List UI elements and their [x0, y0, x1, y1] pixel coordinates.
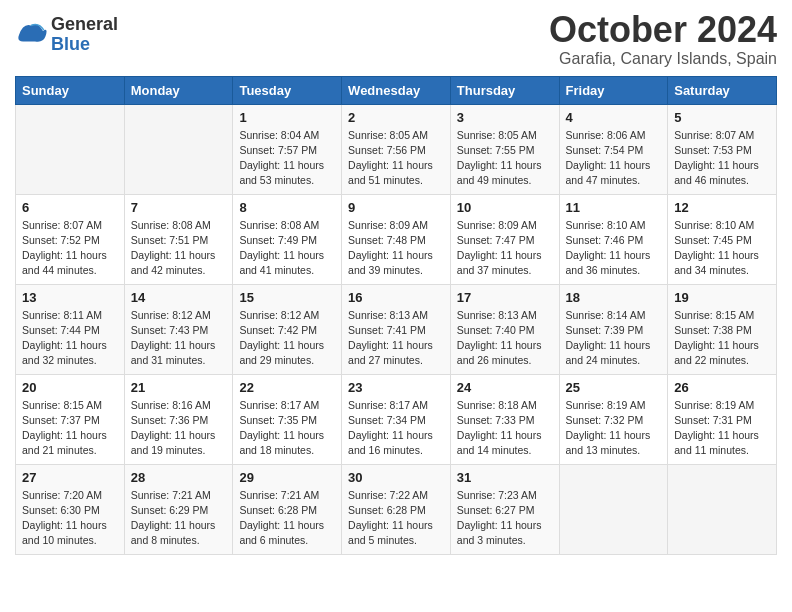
day-number: 3 — [457, 110, 553, 125]
day-number: 1 — [239, 110, 335, 125]
header-tuesday: Tuesday — [233, 76, 342, 104]
day-number: 28 — [131, 470, 227, 485]
calendar-cell: 5Sunrise: 8:07 AM Sunset: 7:53 PM Daylig… — [668, 104, 777, 194]
calendar-cell: 11Sunrise: 8:10 AM Sunset: 7:46 PM Dayli… — [559, 194, 668, 284]
calendar-cell — [559, 464, 668, 554]
header-saturday: Saturday — [668, 76, 777, 104]
day-number: 30 — [348, 470, 444, 485]
calendar-cell: 16Sunrise: 8:13 AM Sunset: 7:41 PM Dayli… — [342, 284, 451, 374]
day-number: 19 — [674, 290, 770, 305]
calendar-cell: 18Sunrise: 8:14 AM Sunset: 7:39 PM Dayli… — [559, 284, 668, 374]
calendar-week-2: 6Sunrise: 8:07 AM Sunset: 7:52 PM Daylig… — [16, 194, 777, 284]
day-info: Sunrise: 8:04 AM Sunset: 7:57 PM Dayligh… — [239, 128, 335, 189]
header-friday: Friday — [559, 76, 668, 104]
day-info: Sunrise: 8:18 AM Sunset: 7:33 PM Dayligh… — [457, 398, 553, 459]
calendar-cell: 6Sunrise: 8:07 AM Sunset: 7:52 PM Daylig… — [16, 194, 125, 284]
day-number: 14 — [131, 290, 227, 305]
logo-icon — [15, 19, 47, 51]
day-info: Sunrise: 8:10 AM Sunset: 7:45 PM Dayligh… — [674, 218, 770, 279]
day-number: 6 — [22, 200, 118, 215]
calendar-week-3: 13Sunrise: 8:11 AM Sunset: 7:44 PM Dayli… — [16, 284, 777, 374]
calendar-cell: 9Sunrise: 8:09 AM Sunset: 7:48 PM Daylig… — [342, 194, 451, 284]
calendar-cell: 17Sunrise: 8:13 AM Sunset: 7:40 PM Dayli… — [450, 284, 559, 374]
day-info: Sunrise: 8:11 AM Sunset: 7:44 PM Dayligh… — [22, 308, 118, 369]
header-wednesday: Wednesday — [342, 76, 451, 104]
day-number: 11 — [566, 200, 662, 215]
day-info: Sunrise: 7:21 AM Sunset: 6:28 PM Dayligh… — [239, 488, 335, 549]
day-info: Sunrise: 8:06 AM Sunset: 7:54 PM Dayligh… — [566, 128, 662, 189]
calendar-cell: 8Sunrise: 8:08 AM Sunset: 7:49 PM Daylig… — [233, 194, 342, 284]
calendar-cell: 21Sunrise: 8:16 AM Sunset: 7:36 PM Dayli… — [124, 374, 233, 464]
calendar-cell: 1Sunrise: 8:04 AM Sunset: 7:57 PM Daylig… — [233, 104, 342, 194]
day-number: 4 — [566, 110, 662, 125]
day-info: Sunrise: 7:21 AM Sunset: 6:29 PM Dayligh… — [131, 488, 227, 549]
calendar-cell: 10Sunrise: 8:09 AM Sunset: 7:47 PM Dayli… — [450, 194, 559, 284]
day-number: 26 — [674, 380, 770, 395]
calendar-cell: 15Sunrise: 8:12 AM Sunset: 7:42 PM Dayli… — [233, 284, 342, 374]
day-info: Sunrise: 8:17 AM Sunset: 7:35 PM Dayligh… — [239, 398, 335, 459]
calendar-cell: 25Sunrise: 8:19 AM Sunset: 7:32 PM Dayli… — [559, 374, 668, 464]
day-number: 7 — [131, 200, 227, 215]
calendar-cell: 12Sunrise: 8:10 AM Sunset: 7:45 PM Dayli… — [668, 194, 777, 284]
day-info: Sunrise: 8:05 AM Sunset: 7:56 PM Dayligh… — [348, 128, 444, 189]
month-title: October 2024 — [549, 10, 777, 50]
day-number: 2 — [348, 110, 444, 125]
calendar-cell — [16, 104, 125, 194]
day-number: 13 — [22, 290, 118, 305]
day-info: Sunrise: 7:23 AM Sunset: 6:27 PM Dayligh… — [457, 488, 553, 549]
day-number: 23 — [348, 380, 444, 395]
title-block: October 2024 Garafia, Canary Islands, Sp… — [549, 10, 777, 68]
day-info: Sunrise: 8:17 AM Sunset: 7:34 PM Dayligh… — [348, 398, 444, 459]
weekday-header-row: Sunday Monday Tuesday Wednesday Thursday… — [16, 76, 777, 104]
calendar-table: Sunday Monday Tuesday Wednesday Thursday… — [15, 76, 777, 555]
calendar-cell: 27Sunrise: 7:20 AM Sunset: 6:30 PM Dayli… — [16, 464, 125, 554]
location-subtitle: Garafia, Canary Islands, Spain — [549, 50, 777, 68]
day-info: Sunrise: 8:19 AM Sunset: 7:32 PM Dayligh… — [566, 398, 662, 459]
calendar-body: 1Sunrise: 8:04 AM Sunset: 7:57 PM Daylig… — [16, 104, 777, 554]
day-info: Sunrise: 8:15 AM Sunset: 7:38 PM Dayligh… — [674, 308, 770, 369]
calendar-cell: 7Sunrise: 8:08 AM Sunset: 7:51 PM Daylig… — [124, 194, 233, 284]
calendar-cell: 23Sunrise: 8:17 AM Sunset: 7:34 PM Dayli… — [342, 374, 451, 464]
calendar-cell: 22Sunrise: 8:17 AM Sunset: 7:35 PM Dayli… — [233, 374, 342, 464]
calendar-cell: 26Sunrise: 8:19 AM Sunset: 7:31 PM Dayli… — [668, 374, 777, 464]
logo-text: General Blue — [51, 15, 118, 55]
day-info: Sunrise: 8:07 AM Sunset: 7:53 PM Dayligh… — [674, 128, 770, 189]
day-info: Sunrise: 8:14 AM Sunset: 7:39 PM Dayligh… — [566, 308, 662, 369]
calendar-cell: 24Sunrise: 8:18 AM Sunset: 7:33 PM Dayli… — [450, 374, 559, 464]
logo-general: General — [51, 15, 118, 35]
calendar-cell: 19Sunrise: 8:15 AM Sunset: 7:38 PM Dayli… — [668, 284, 777, 374]
calendar-cell: 20Sunrise: 8:15 AM Sunset: 7:37 PM Dayli… — [16, 374, 125, 464]
calendar-cell: 28Sunrise: 7:21 AM Sunset: 6:29 PM Dayli… — [124, 464, 233, 554]
day-number: 5 — [674, 110, 770, 125]
calendar-cell: 3Sunrise: 8:05 AM Sunset: 7:55 PM Daylig… — [450, 104, 559, 194]
day-info: Sunrise: 8:09 AM Sunset: 7:48 PM Dayligh… — [348, 218, 444, 279]
day-info: Sunrise: 8:13 AM Sunset: 7:40 PM Dayligh… — [457, 308, 553, 369]
day-number: 21 — [131, 380, 227, 395]
day-info: Sunrise: 8:19 AM Sunset: 7:31 PM Dayligh… — [674, 398, 770, 459]
header-thursday: Thursday — [450, 76, 559, 104]
day-number: 18 — [566, 290, 662, 305]
day-number: 16 — [348, 290, 444, 305]
day-number: 17 — [457, 290, 553, 305]
day-number: 27 — [22, 470, 118, 485]
calendar-cell: 31Sunrise: 7:23 AM Sunset: 6:27 PM Dayli… — [450, 464, 559, 554]
page-header: General Blue October 2024 Garafia, Canar… — [15, 10, 777, 68]
calendar-cell: 13Sunrise: 8:11 AM Sunset: 7:44 PM Dayli… — [16, 284, 125, 374]
calendar-cell: 30Sunrise: 7:22 AM Sunset: 6:28 PM Dayli… — [342, 464, 451, 554]
calendar-week-4: 20Sunrise: 8:15 AM Sunset: 7:37 PM Dayli… — [16, 374, 777, 464]
day-info: Sunrise: 8:08 AM Sunset: 7:49 PM Dayligh… — [239, 218, 335, 279]
calendar-cell: 14Sunrise: 8:12 AM Sunset: 7:43 PM Dayli… — [124, 284, 233, 374]
day-number: 24 — [457, 380, 553, 395]
logo: General Blue — [15, 15, 118, 55]
day-info: Sunrise: 7:20 AM Sunset: 6:30 PM Dayligh… — [22, 488, 118, 549]
logo-blue: Blue — [51, 35, 118, 55]
calendar-cell: 29Sunrise: 7:21 AM Sunset: 6:28 PM Dayli… — [233, 464, 342, 554]
calendar-cell: 2Sunrise: 8:05 AM Sunset: 7:56 PM Daylig… — [342, 104, 451, 194]
day-info: Sunrise: 8:16 AM Sunset: 7:36 PM Dayligh… — [131, 398, 227, 459]
day-number: 8 — [239, 200, 335, 215]
day-number: 9 — [348, 200, 444, 215]
day-number: 22 — [239, 380, 335, 395]
day-number: 31 — [457, 470, 553, 485]
day-info: Sunrise: 8:09 AM Sunset: 7:47 PM Dayligh… — [457, 218, 553, 279]
calendar-cell — [124, 104, 233, 194]
